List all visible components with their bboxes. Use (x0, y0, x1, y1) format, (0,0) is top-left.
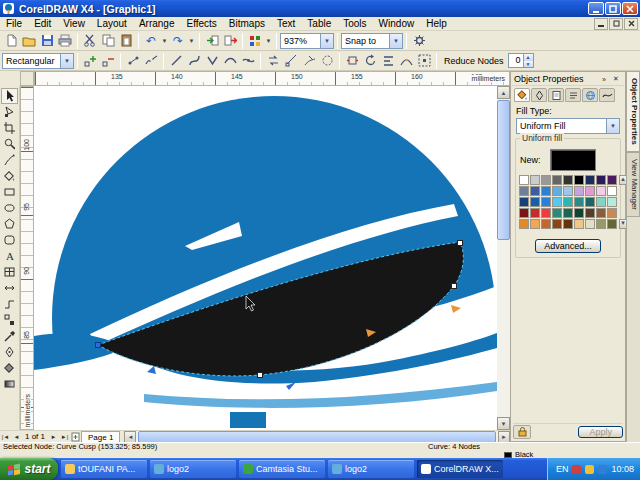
add-node-button[interactable] (81, 52, 99, 70)
cusp-node-button[interactable] (203, 52, 221, 70)
undo-button[interactable]: ↶ (142, 32, 160, 50)
palette-swatch[interactable] (607, 175, 617, 185)
tab-curve[interactable] (599, 88, 615, 102)
marquee-combo-arrow[interactable]: ▼ (60, 54, 73, 68)
taskbar-task-1[interactable]: tOUFANI PA... (61, 460, 147, 478)
palette-swatch[interactable] (574, 186, 584, 196)
doc-restore-button[interactable] (609, 18, 623, 30)
menu-tools[interactable]: Tools (337, 17, 372, 31)
menu-effects[interactable]: Effects (180, 17, 222, 31)
menu-arrange[interactable]: Arrange (133, 17, 181, 31)
convert-to-line-button[interactable] (167, 52, 185, 70)
scroll-up-arrow[interactable]: ▲ (497, 86, 510, 99)
menu-edit[interactable]: Edit (28, 17, 57, 31)
language-indicator[interactable]: EN (556, 464, 569, 474)
taskbar-task-4[interactable]: logo2 (328, 460, 414, 478)
palette-swatch[interactable] (519, 197, 529, 207)
reduce-nodes-down-arrow[interactable]: ▼ (524, 61, 533, 68)
vertical-scrollbar[interactable]: ▲ ▼ (497, 86, 510, 430)
palette-swatch[interactable] (574, 197, 584, 207)
palette-swatch[interactable] (541, 208, 551, 218)
smart-fill-tool[interactable] (1, 168, 18, 184)
previous-page-button[interactable]: ◄ (11, 431, 22, 442)
side-tab-object-properties[interactable]: Object Properties (627, 71, 640, 152)
maximize-button[interactable] (605, 2, 621, 15)
stretch-nodes-button[interactable] (343, 52, 361, 70)
palette-swatch[interactable] (563, 208, 573, 218)
paste-button[interactable] (117, 32, 135, 50)
shape-tool[interactable] (1, 104, 18, 120)
curve-node[interactable] (458, 241, 463, 246)
reverse-direction-button[interactable] (264, 52, 282, 70)
convert-to-curve-button[interactable] (185, 52, 203, 70)
marquee-mode-combo[interactable]: Rectangular ▼ (2, 53, 74, 69)
menu-window[interactable]: Window (373, 17, 421, 31)
minimize-button[interactable] (588, 2, 604, 15)
smooth-node-button[interactable] (221, 52, 239, 70)
pick-tool[interactable] (1, 88, 18, 104)
palette-swatch[interactable] (607, 186, 617, 196)
interactive-fill-tool[interactable] (1, 376, 18, 392)
horizontal-scroll-thumb[interactable] (138, 431, 496, 443)
tray-icon-red[interactable] (572, 465, 581, 474)
next-page-button[interactable]: ► (48, 431, 59, 442)
menu-text[interactable]: Text (271, 17, 301, 31)
curve-node[interactable] (258, 373, 263, 378)
import-button[interactable] (203, 32, 221, 50)
break-curve-button[interactable] (142, 52, 160, 70)
palette-swatch[interactable] (563, 197, 573, 207)
palette-swatch[interactable] (552, 219, 562, 229)
undo-dropdown-arrow[interactable]: ▼ (160, 32, 169, 50)
palette-swatch[interactable] (530, 219, 540, 229)
scroll-left-arrow[interactable]: ◄ (124, 431, 136, 443)
outline-pen-tool[interactable] (1, 344, 18, 360)
clock[interactable]: 10:08 (611, 464, 634, 474)
crop-tool[interactable] (1, 120, 18, 136)
palette-swatch[interactable] (541, 186, 551, 196)
palette-swatch[interactable] (541, 197, 551, 207)
open-button[interactable] (20, 32, 38, 50)
drawing-canvas[interactable] (34, 86, 497, 430)
palette-swatch[interactable] (596, 208, 606, 218)
palette-swatch[interactable] (541, 219, 551, 229)
extend-curve-button[interactable] (282, 52, 300, 70)
menu-layout[interactable]: Layout (91, 17, 133, 31)
palette-swatch[interactable] (552, 197, 562, 207)
zoom-tool[interactable] (1, 136, 18, 152)
palette-swatch[interactable] (552, 175, 562, 185)
connector-tool[interactable] (1, 296, 18, 312)
palette-swatch[interactable] (563, 186, 573, 196)
palette-swatch[interactable] (530, 175, 540, 185)
application-launcher-button[interactable] (246, 32, 264, 50)
palette-swatch[interactable] (585, 186, 595, 196)
taskbar-task-2[interactable]: logo2 (150, 460, 236, 478)
page-tab[interactable]: Page 1 (81, 431, 120, 443)
curve-node[interactable] (452, 284, 457, 289)
palette-swatch[interactable] (574, 219, 584, 229)
fill-type-combo-arrow[interactable]: ▼ (606, 119, 619, 133)
palette-swatch[interactable] (574, 175, 584, 185)
scroll-down-arrow[interactable]: ▼ (497, 417, 510, 430)
delete-node-button[interactable] (99, 52, 117, 70)
freehand-tool[interactable] (1, 152, 18, 168)
auto-close-curve-button[interactable] (318, 52, 336, 70)
docker-collapse-icon[interactable]: » (598, 74, 610, 85)
options-button[interactable] (410, 32, 428, 50)
logo-small-rectangle[interactable] (230, 412, 266, 428)
tab-detail[interactable] (565, 88, 581, 102)
advanced-button[interactable]: Advanced... (535, 239, 601, 253)
taskbar-task-3[interactable]: Camtasia Stu... (239, 460, 325, 478)
vertical-ruler[interactable]: 100 95 90 85 80 millimeters (20, 86, 34, 430)
menu-file[interactable]: File (0, 17, 28, 31)
add-page-button[interactable] (70, 431, 81, 442)
table-tool[interactable] (1, 264, 18, 280)
palette-swatch[interactable] (596, 175, 606, 185)
palette-swatch[interactable] (552, 208, 562, 218)
menu-bitmaps[interactable]: Bitmaps (223, 17, 271, 31)
palette-swatch[interactable] (607, 219, 617, 229)
polygon-tool[interactable] (1, 216, 18, 232)
horizontal-ruler[interactable]: 135 140 145 150 155 160 165 millimeters (34, 71, 510, 86)
join-nodes-button[interactable] (124, 52, 142, 70)
docker-close-icon[interactable]: ✕ (610, 74, 622, 85)
palette-swatch[interactable] (596, 186, 606, 196)
